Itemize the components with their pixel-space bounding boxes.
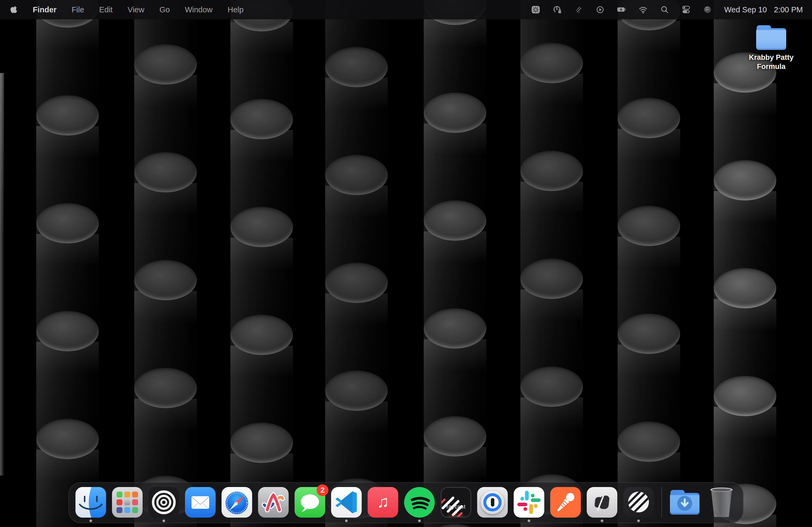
running-indicator	[528, 520, 530, 522]
dock-separator	[661, 487, 662, 517]
music-note-glyph: ♫	[377, 494, 389, 510]
hatched-flag-icon[interactable]	[574, 5, 583, 15]
launchpad-icon	[112, 487, 143, 517]
desktop-folder-label: Krabby Patty Formula	[749, 53, 794, 71]
dock: 2 ♫	[69, 482, 743, 523]
clock-time: 2:00 PM	[774, 5, 803, 14]
dock-item-downloads[interactable]	[669, 487, 700, 522]
spotify-icon	[404, 487, 435, 517]
keys-burst-icon[interactable]	[531, 5, 540, 15]
dock-item-slack[interactable]	[514, 487, 544, 522]
spotlight-search-icon[interactable]	[660, 5, 669, 15]
siri-sphere-icon[interactable]	[703, 5, 712, 15]
messages-icon: 2	[294, 487, 325, 517]
wallpaper-edge-highlight	[0, 73, 4, 476]
desktop-wallpaper	[0, 0, 812, 527]
dock-item-app-store[interactable]	[258, 487, 289, 522]
dock-item-finder[interactable]	[75, 487, 106, 522]
dock-item-apple-music[interactable]: ♫	[367, 487, 398, 522]
menu-bar: Finder File Edit View Go Window Help	[0, 0, 812, 19]
dock-item-1password[interactable]	[477, 487, 508, 522]
finder-icon	[75, 487, 106, 517]
mail-icon	[185, 487, 216, 517]
downloads-folder-icon	[669, 487, 700, 517]
postman-icon	[550, 487, 581, 517]
lock-screen-icon[interactable]	[552, 5, 562, 15]
onepassword-icon	[477, 487, 508, 517]
wifi-icon[interactable]	[638, 5, 648, 15]
menu-window[interactable]: Window	[185, 5, 213, 14]
d-logo-icon	[587, 487, 617, 517]
dock-item-concentric-circles-app[interactable]	[148, 487, 179, 522]
menu-file[interactable]: File	[72, 5, 84, 14]
dock-item-vscode[interactable]	[331, 487, 362, 522]
running-indicator	[89, 520, 92, 522]
concentric-circles-icon	[148, 487, 179, 517]
dock-item-launchpad[interactable]	[112, 487, 143, 522]
clock-date: Wed Sep 10	[724, 5, 767, 14]
dock-item-spotify[interactable]	[404, 487, 435, 522]
now-playing-icon[interactable]	[595, 5, 605, 15]
running-indicator	[345, 520, 348, 522]
desktop-folder-krabby-patty[interactable]: Krabby Patty Formula	[738, 25, 804, 71]
dock-item-raycast[interactable]: raycast	[441, 487, 471, 522]
messages-badge: 2	[317, 484, 329, 496]
dock-item-linear[interactable]	[623, 487, 654, 522]
dock-item-mail[interactable]	[185, 487, 216, 522]
dock-item-messages[interactable]: 2	[294, 487, 325, 522]
apple-menu-icon[interactable]	[10, 5, 18, 14]
apple-music-icon: ♫	[367, 487, 398, 517]
vscode-icon	[331, 487, 362, 517]
safari-icon	[221, 487, 252, 517]
battery-charging-icon[interactable]	[617, 5, 626, 15]
running-indicator	[601, 520, 603, 522]
slack-icon	[514, 487, 544, 517]
menu-view[interactable]: View	[128, 5, 144, 14]
dock-item-trash[interactable]	[706, 487, 737, 522]
menu-help[interactable]: Help	[228, 5, 244, 14]
app-menu-finder[interactable]: Finder	[33, 5, 57, 14]
menu-edit[interactable]: Edit	[99, 5, 113, 14]
running-indicator	[637, 520, 640, 522]
menu-clock[interactable]: Wed Sep 10 2:00 PM	[724, 5, 803, 14]
raycast-label: raycast	[441, 503, 470, 510]
control-center-icon[interactable]	[681, 5, 691, 15]
dock-item-d-logo-app[interactable]	[587, 487, 617, 522]
app-store-icon	[258, 487, 289, 517]
raycast-icon: raycast	[441, 487, 471, 517]
dock-item-postman[interactable]	[550, 487, 581, 522]
running-indicator	[162, 520, 165, 522]
menu-go[interactable]: Go	[160, 5, 170, 14]
running-indicator	[418, 520, 421, 522]
linear-icon	[623, 487, 654, 517]
trash-icon	[706, 487, 737, 517]
blue-folder-icon	[756, 25, 786, 50]
dock-item-safari[interactable]	[221, 487, 252, 522]
